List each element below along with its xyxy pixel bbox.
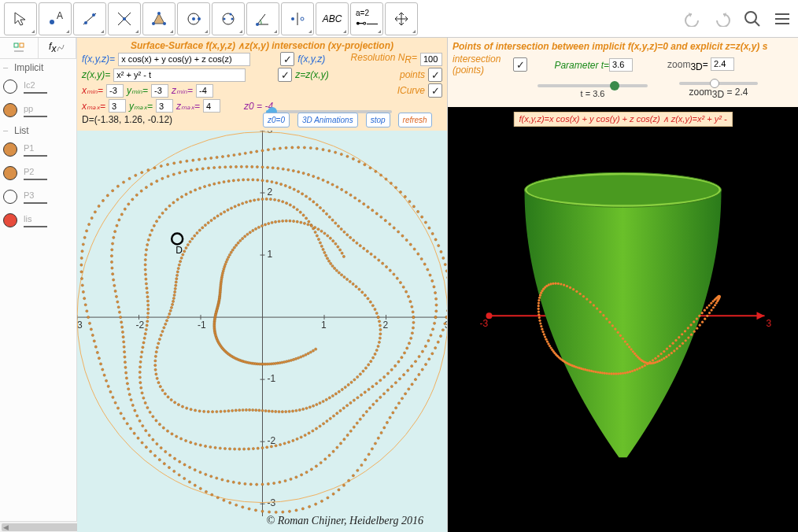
svg-point-660	[224, 211, 226, 213]
ymax-input[interactable]	[156, 99, 173, 113]
svg-point-507	[146, 287, 148, 290]
z0-button[interactable]: z0=0	[263, 113, 290, 127]
svg-point-482	[198, 187, 201, 190]
svg-point-395	[343, 438, 345, 441]
svg-point-753	[305, 407, 308, 409]
svg-point-531	[142, 397, 145, 399]
menu-icon[interactable]	[770, 6, 795, 31]
canvas-2d[interactable]: -3-3-2-2-1-1112233D © Roman Chijner, Hei…	[77, 131, 447, 532]
vis-toggle[interactable]	[3, 213, 17, 227]
tool-polygon[interactable]	[142, 2, 175, 35]
group-list[interactable]: List	[0, 122, 76, 138]
tool-move[interactable]	[4, 2, 37, 35]
svg-point-562	[275, 445, 277, 447]
svg-point-723	[198, 410, 201, 412]
svg-point-72	[440, 250, 442, 253]
stop-button[interactable]: stop	[366, 113, 390, 127]
tool-move-view[interactable]	[385, 2, 418, 35]
tool-text[interactable]: ABC	[316, 2, 349, 35]
vis-toggle[interactable]	[3, 166, 17, 180]
zmax-input[interactable]	[203, 99, 220, 113]
svg-point-298	[207, 167, 209, 169]
search-icon[interactable]	[740, 6, 765, 31]
sidebar-scrollbar[interactable]: ◀▶	[0, 521, 77, 532]
tool-perpendicular[interactable]	[108, 2, 141, 35]
svg-point-275	[327, 181, 329, 183]
tool-angle[interactable]	[246, 2, 279, 35]
svg-point-968	[706, 306, 708, 308]
tool-reflect[interactable]	[281, 2, 314, 35]
zxy-checkbox[interactable]	[278, 68, 292, 82]
icurve-checkbox[interactable]	[428, 83, 442, 98]
zmin-input[interactable]	[196, 84, 213, 98]
svg-point-152	[87, 316, 90, 318]
fxyz-checkbox[interactable]	[280, 52, 294, 66]
svg-point-740	[261, 409, 264, 412]
anim-button[interactable]: 3D Animations	[297, 113, 358, 127]
svg-point-453	[325, 212, 327, 215]
tool-slider[interactable]: a=2⊷—	[350, 2, 383, 35]
svg-point-575	[326, 419, 328, 422]
redo-button[interactable]	[710, 6, 735, 31]
resolution-input[interactable]	[420, 53, 442, 66]
tool-circle[interactable]	[177, 2, 210, 35]
points-label: points	[400, 69, 425, 80]
vis-toggle[interactable]	[3, 190, 17, 204]
fxyz-name: f(x,y,z)	[297, 54, 325, 65]
algebra-sidebar: fx Implicit Ic2 pp List P1 P2 P3 lis ◀▶	[0, 38, 77, 532]
svg-point-212	[352, 475, 354, 477]
vis-toggle[interactable]	[3, 103, 17, 117]
svg-point-1119	[682, 342, 684, 345]
svg-point-924	[285, 360, 287, 363]
svg-point-438	[374, 256, 376, 258]
svg-point-360	[164, 450, 167, 453]
item-label: pp	[24, 104, 33, 113]
zoom-slider[interactable]	[679, 82, 758, 85]
svg-point-522	[141, 351, 143, 353]
svg-point-114	[221, 155, 224, 157]
param-t-input[interactable]	[609, 58, 633, 72]
svg-point-216	[368, 453, 370, 456]
tool-line[interactable]	[73, 2, 106, 35]
group-implicit[interactable]: Implicit	[0, 59, 76, 75]
svg-point-976	[684, 330, 686, 332]
svg-point-347	[127, 388, 130, 390]
sort-tab[interactable]	[0, 38, 39, 58]
canvas-3d[interactable]: f(x,y,z)=x cos(x) + y cos(y) + z cos(z) …	[448, 107, 798, 532]
xmin-input[interactable]	[106, 84, 124, 98]
svg-point-164	[107, 385, 109, 387]
svg-point-642	[293, 206, 295, 209]
undo-button[interactable]	[680, 6, 705, 31]
svg-point-423	[434, 316, 437, 318]
svg-point-0	[50, 20, 54, 24]
xmax-input[interactable]	[109, 99, 126, 113]
svg-point-356	[148, 434, 150, 436]
svg-point-537	[158, 423, 161, 426]
tool-point[interactable]: A	[39, 2, 72, 35]
vis-toggle[interactable]	[3, 142, 17, 157]
fx-tab[interactable]: fx	[39, 38, 77, 58]
svg-point-79	[417, 210, 419, 212]
svg-point-1092	[628, 345, 630, 348]
t-slider[interactable]	[538, 84, 648, 87]
svg-point-169	[120, 412, 122, 415]
svg-point-406	[379, 396, 382, 398]
svg-point-195	[248, 508, 250, 510]
svg-point-669	[196, 231, 198, 234]
svg-point-675	[183, 250, 186, 253]
vis-toggle[interactable]	[3, 79, 17, 94]
tool-ellipse[interactable]	[212, 2, 245, 35]
svg-point-7	[123, 17, 126, 20]
zxy-input[interactable]	[113, 68, 246, 82]
points-checkbox[interactable]	[428, 68, 442, 82]
zoom-input[interactable]	[711, 57, 734, 71]
svg-point-519	[143, 337, 146, 339]
svg-point-1048	[539, 322, 541, 324]
refresh-button[interactable]: refresh	[398, 113, 432, 127]
svg-point-315	[120, 213, 123, 216]
svg-point-656	[238, 204, 240, 206]
fxyz-input[interactable]	[118, 53, 250, 66]
svg-point-953	[527, 175, 719, 205]
ymin-input[interactable]	[151, 84, 168, 98]
intersection-checkbox[interactable]	[513, 57, 527, 72]
